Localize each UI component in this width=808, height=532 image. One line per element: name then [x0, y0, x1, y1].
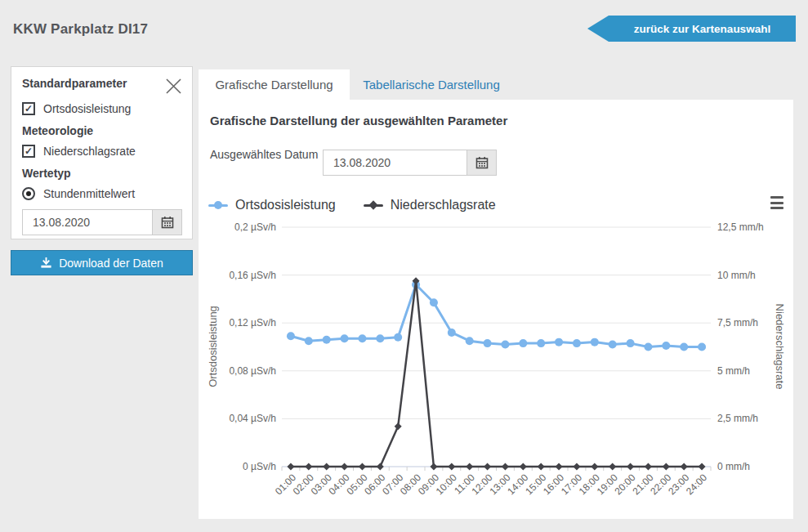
data-point-Niederschlagsrate[interactable] — [556, 463, 563, 471]
data-point-Niederschlagsrate[interactable] — [681, 463, 688, 471]
y-right-tick-label: 10 mm/h — [717, 270, 756, 281]
data-point-Ortsdosisleistung[interactable] — [501, 341, 509, 349]
data-point-Ortsdosisleistung[interactable] — [466, 337, 474, 345]
y-right-tick-label: 0 mm/h — [717, 461, 750, 472]
content-heading: Grafische Darstellung der ausgewählten P… — [210, 114, 507, 127]
data-point-Niederschlagsrate[interactable] — [591, 463, 598, 471]
y-left-tick-label: 0 µSv/h — [243, 461, 276, 472]
y-left-tick-label: 0,16 µSv/h — [229, 270, 276, 281]
data-point-Ortsdosisleistung[interactable] — [323, 336, 331, 344]
y-right-tick-label: 5 mm/h — [717, 365, 750, 377]
radio-label: Stundenmittelwert — [43, 187, 135, 200]
data-point-Niederschlagsrate[interactable] — [645, 463, 652, 471]
data-point-Ortsdosisleistung[interactable] — [609, 341, 617, 349]
y-right-axis-title: Niederschlagsrate — [774, 304, 786, 390]
legend-label: Niederschlagsrate — [391, 198, 496, 212]
data-point-Niederschlagsrate[interactable] — [305, 463, 312, 471]
data-point-Ortsdosisleistung[interactable] — [394, 333, 402, 342]
data-point-Niederschlagsrate[interactable] — [341, 463, 348, 471]
line-circle-marker-icon — [208, 199, 228, 212]
data-point-Niederschlagsrate[interactable] — [395, 422, 402, 430]
close-icon — [165, 78, 182, 95]
legend-item-niederschlagsrate[interactable]: Niederschlagsrate — [364, 198, 496, 212]
download-data-button[interactable]: Download der Daten — [11, 250, 193, 275]
radio-selected-icon — [22, 187, 35, 200]
data-point-Niederschlagsrate[interactable] — [538, 463, 545, 471]
data-point-Ortsdosisleistung[interactable] — [484, 339, 492, 347]
y-right-tick-label: 2,5 mm/h — [717, 413, 758, 424]
sidebar-date-input[interactable] — [22, 209, 153, 235]
data-point-Niederschlagsrate[interactable] — [484, 463, 491, 471]
y-right-tick-label: 7,5 mm/h — [717, 317, 758, 329]
chart-context-menu-icon[interactable] — [769, 195, 785, 210]
data-point-Niederschlagsrate[interactable] — [627, 463, 634, 471]
checkbox-ortsdosisleistung[interactable]: ✓ Ortsdosisleistung — [22, 102, 182, 115]
data-point-Niederschlagsrate[interactable] — [287, 463, 294, 471]
data-point-Niederschlagsrate[interactable] — [699, 463, 706, 471]
calendar-icon — [161, 216, 174, 229]
data-point-Ortsdosisleistung[interactable] — [662, 342, 670, 350]
close-panel-button[interactable] — [165, 78, 182, 95]
chart: 0 µSv/h0 mm/h0,04 µSv/h2,5 mm/h0,08 µSv/… — [199, 180, 793, 519]
data-point-Niederschlagsrate[interactable] — [448, 463, 455, 471]
checkbox-niederschlagsrate[interactable]: ✓ Niederschlagsrate — [22, 145, 182, 158]
parameter-panel: Standardparameter ✓ Ortsdosisleistung Me… — [11, 66, 193, 239]
content-date-input[interactable] — [323, 150, 467, 176]
tab-tabellarische-darstellung[interactable]: Tabellarische Darstellung — [350, 69, 513, 100]
panel-title: Standardparameter — [22, 77, 127, 90]
data-point-Ortsdosisleistung[interactable] — [287, 332, 295, 340]
back-to-map-button[interactable]: zurück zur Kartenauswahl — [587, 16, 796, 42]
data-point-Ortsdosisleistung[interactable] — [627, 339, 635, 347]
page-title: KKW Parkplatz DI17 — [13, 21, 148, 38]
y-left-tick-label: 0,08 µSv/h — [229, 365, 276, 377]
data-point-Niederschlagsrate[interactable] — [377, 463, 384, 471]
data-point-Niederschlagsrate[interactable] — [663, 463, 670, 471]
y-left-tick-label: 0,04 µSv/h — [229, 413, 276, 424]
series-line-Ortsdosisleistung — [291, 284, 702, 346]
y-right-tick-label: 12,5 mm/h — [717, 221, 764, 233]
download-icon — [40, 257, 52, 269]
tab-grafische-darstellung[interactable]: Grafische Darstellung — [199, 69, 350, 100]
meteorology-heading: Meteorologie — [22, 124, 182, 137]
data-point-Niederschlagsrate[interactable] — [430, 463, 437, 471]
data-point-Ortsdosisleistung[interactable] — [698, 343, 706, 351]
data-point-Ortsdosisleistung[interactable] — [448, 329, 456, 337]
legend-item-ortsdosisleistung[interactable]: Ortsdosisleistung — [208, 198, 336, 212]
line-diamond-marker-icon — [364, 199, 383, 212]
data-point-Ortsdosisleistung[interactable] — [591, 338, 599, 346]
y-left-tick-label: 0,2 µSv/h — [234, 221, 276, 233]
data-point-Niederschlagsrate[interactable] — [502, 463, 509, 471]
data-point-Ortsdosisleistung[interactable] — [680, 343, 688, 351]
page: KKW Parkplatz DI17 zurück zur Kartenausw… — [0, 0, 808, 532]
x-tick-label: 24:00 — [684, 472, 709, 497]
data-point-Ortsdosisleistung[interactable] — [537, 339, 545, 347]
radio-stundenmittelwert[interactable]: Stundenmittelwert — [22, 187, 182, 200]
data-point-Ortsdosisleistung[interactable] — [341, 334, 349, 342]
selected-date-label: Ausgewähltes Datum — [210, 148, 318, 161]
data-point-Ortsdosisleistung[interactable] — [430, 298, 438, 306]
data-point-Ortsdosisleistung[interactable] — [358, 334, 366, 342]
value-type-heading: Wertetyp — [22, 167, 182, 180]
data-point-Ortsdosisleistung[interactable] — [644, 343, 652, 351]
calendar-icon — [475, 156, 489, 169]
data-point-Niederschlagsrate[interactable] — [359, 463, 366, 471]
checkbox-label: Ortsdosisleistung — [43, 102, 131, 115]
data-point-Ortsdosisleistung[interactable] — [376, 334, 384, 342]
data-point-Niederschlagsrate[interactable] — [520, 463, 527, 471]
data-point-Niederschlagsrate[interactable] — [323, 463, 330, 471]
y-left-axis-title: Ortsdosisleistung — [207, 306, 219, 387]
data-point-Niederschlagsrate[interactable] — [573, 463, 580, 471]
checkbox-checked-icon: ✓ — [22, 145, 35, 158]
series-line-Niederschlagsrate — [291, 281, 702, 467]
data-point-Ortsdosisleistung[interactable] — [519, 339, 527, 347]
data-point-Niederschlagsrate[interactable] — [466, 463, 473, 471]
download-button-label: Download der Daten — [59, 257, 163, 270]
data-point-Ortsdosisleistung[interactable] — [305, 337, 313, 345]
data-point-Ortsdosisleistung[interactable] — [555, 338, 563, 346]
checkbox-label: Niederschlagsrate — [43, 145, 136, 158]
data-point-Ortsdosisleistung[interactable] — [573, 339, 581, 347]
content-calendar-button[interactable] — [467, 150, 497, 176]
data-point-Niederschlagsrate[interactable] — [609, 463, 616, 471]
legend-label: Ortsdosisleistung — [235, 198, 336, 212]
sidebar-calendar-button[interactable] — [153, 209, 182, 235]
